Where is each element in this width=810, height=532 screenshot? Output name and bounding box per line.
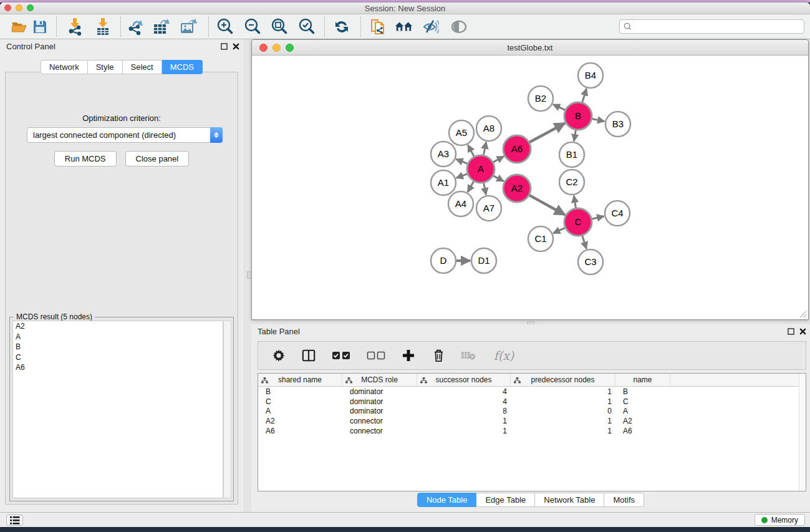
graph-node-B1[interactable]: B1 <box>559 142 584 167</box>
export-table-icon[interactable] <box>153 17 171 36</box>
float-panel-icon[interactable] <box>221 43 228 50</box>
graph-node-D1[interactable]: D1 <box>471 248 496 273</box>
graph-node-A4[interactable]: A4 <box>448 191 473 216</box>
table-cell: A <box>258 407 342 415</box>
clone-network-icon[interactable] <box>369 17 388 36</box>
table-panel: Table Panel <box>251 324 810 512</box>
table-scrollbar[interactable] <box>799 374 806 491</box>
close-panel-button[interactable]: Close panel <box>125 151 190 167</box>
tab-edge-table[interactable]: Edge Table <box>476 493 535 507</box>
column-header-label: MCDS role <box>361 375 398 384</box>
control-panel-tabs: Network Style Select MCDS <box>0 60 243 74</box>
graph-node-B3[interactable]: B3 <box>605 112 630 137</box>
graph-node-C4[interactable]: C4 <box>605 201 630 226</box>
result-scrollbar[interactable] <box>223 321 231 498</box>
table-row[interactable]: Adominator80A <box>258 406 806 416</box>
graph-node-C[interactable]: C <box>564 208 592 236</box>
network-canvas[interactable]: B4B2BB3A8A5A6A3B1AA1C2A2A4A7C4CC1DD1C3 <box>253 56 808 319</box>
zoom-out-icon[interactable] <box>243 17 262 36</box>
graph-node-B4[interactable]: B4 <box>578 63 603 88</box>
task-history-button[interactable] <box>6 515 23 526</box>
split-table-icon[interactable] <box>301 347 317 364</box>
result-item[interactable]: A6 <box>13 362 223 373</box>
mcds-result-list[interactable]: A2ABCA6 <box>12 321 223 498</box>
select-all-checkboxes-icon[interactable] <box>330 347 352 364</box>
table-row[interactable]: A2connector11A2 <box>258 416 806 426</box>
tab-motifs[interactable]: Motifs <box>604 493 644 507</box>
window-titlebar[interactable]: Session: New Session <box>0 2 810 14</box>
deselect-all-checkboxes-icon[interactable] <box>365 347 387 364</box>
svg-text:D1: D1 <box>478 255 489 266</box>
svg-text:B3: B3 <box>612 118 624 129</box>
table-cell: B <box>258 387 342 396</box>
graph-node-A6[interactable]: A6 <box>503 135 531 163</box>
graph-node-B[interactable]: B <box>564 102 592 130</box>
table-row[interactable]: Cdominator41C <box>258 397 806 407</box>
result-item[interactable]: C <box>13 352 223 363</box>
graph-node-B2[interactable]: B2 <box>528 86 553 111</box>
save-session-icon[interactable] <box>31 17 49 36</box>
delete-table-icon[interactable] <box>460 347 476 364</box>
result-item[interactable]: A2 <box>13 321 223 332</box>
graph-node-A1[interactable]: A1 <box>431 170 456 195</box>
memory-button[interactable]: Memory <box>755 514 805 526</box>
zoom-in-icon[interactable] <box>216 17 234 36</box>
column-header-successor-nodes[interactable]: successor nodes <box>417 374 511 386</box>
export-image-icon[interactable] <box>180 17 198 36</box>
home-layout-icon[interactable] <box>395 17 413 36</box>
zoom-fit-icon[interactable] <box>270 17 289 36</box>
tab-network[interactable]: Network <box>41 60 88 74</box>
graph-node-C3[interactable]: C3 <box>578 249 603 274</box>
delete-column-trash-icon[interactable] <box>430 347 446 364</box>
show-panels-eye-icon[interactable] <box>450 17 468 36</box>
refresh-icon[interactable] <box>332 17 351 36</box>
tab-select[interactable]: Select <box>123 60 162 74</box>
graph-edge-A-A2 <box>493 176 504 181</box>
column-header-MCDS-role[interactable]: MCDS role <box>342 374 417 386</box>
close-panel-icon[interactable] <box>233 43 239 50</box>
graph-node-A2[interactable]: A2 <box>503 175 531 202</box>
close-table-panel-icon[interactable] <box>799 328 806 335</box>
optimization-criterion-select[interactable]: largest connected component (directed) <box>27 127 223 143</box>
table-row[interactable]: A6connector11A6 <box>258 426 806 436</box>
import-network-icon[interactable] <box>65 17 84 36</box>
vertical-splitter-handle[interactable] <box>247 271 251 279</box>
tab-node-table[interactable]: Node Table <box>417 493 477 507</box>
run-mcds-button[interactable]: Run MCDS <box>54 151 117 167</box>
search-input[interactable] <box>634 22 804 31</box>
function-builder-icon[interactable]: f(x) <box>490 347 518 364</box>
tab-network-table[interactable]: Network Table <box>535 493 604 507</box>
tab-mcds[interactable]: MCDS <box>162 60 203 74</box>
graph-node-A3[interactable]: A3 <box>431 142 456 167</box>
tab-style[interactable]: Style <box>88 60 123 74</box>
graph-edge-B-B3 <box>592 119 605 122</box>
table-cell: B <box>615 387 670 396</box>
graph-node-C2[interactable]: C2 <box>559 170 584 195</box>
import-table-icon[interactable] <box>94 17 112 36</box>
zoom-selected-icon[interactable] <box>297 17 316 36</box>
result-item[interactable]: A <box>13 332 223 342</box>
float-table-panel-icon[interactable] <box>788 328 794 335</box>
column-header-predecessor-nodes[interactable]: predecessor nodes <box>511 374 615 386</box>
graph-node-D[interactable]: D <box>431 248 456 273</box>
graph-node-C1[interactable]: C1 <box>528 226 553 251</box>
graph-node-A5[interactable]: A5 <box>449 120 474 145</box>
open-session-icon[interactable] <box>10 17 29 36</box>
network-window-titlebar[interactable]: testGlobe.txt <box>252 40 808 56</box>
add-column-icon[interactable] <box>400 347 417 364</box>
search-box[interactable] <box>619 19 804 34</box>
column-header-shared-name[interactable]: shared name <box>258 374 342 386</box>
node-table[interactable]: shared nameMCDS rolesuccessor nodesprede… <box>258 373 806 491</box>
table-row[interactable]: Bdominator41B <box>258 387 806 397</box>
table-cell: connector <box>342 417 417 425</box>
hide-panels-icon[interactable] <box>421 17 440 36</box>
column-header-name[interactable]: name <box>615 374 670 386</box>
graph-node-A[interactable]: A <box>467 155 494 183</box>
graph-node-A7[interactable]: A7 <box>476 196 501 221</box>
export-network-icon[interactable] <box>127 17 145 36</box>
result-item[interactable]: B <box>13 342 223 352</box>
column-settings-gear-icon[interactable] <box>271 347 287 364</box>
table-cell: 1 <box>511 417 615 425</box>
graph-node-A8[interactable]: A8 <box>476 116 501 141</box>
resize-grip-icon[interactable] <box>798 309 807 318</box>
